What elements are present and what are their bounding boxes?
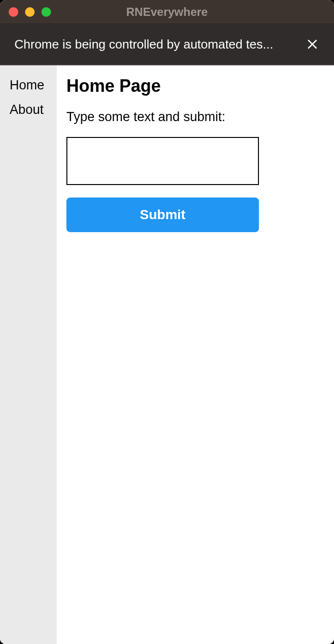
window-title: RNEverywhere	[126, 5, 207, 19]
window-maximize-button[interactable]	[41, 7, 51, 17]
close-icon[interactable]	[305, 37, 320, 51]
sidebar-item-label: About	[10, 102, 44, 117]
page-title: Home Page	[66, 76, 324, 96]
sidebar-item-label: Home	[10, 78, 44, 92]
titlebar: RNEverywhere	[0, 0, 334, 24]
automation-info-bar: Chrome is being controlled by automated …	[0, 24, 334, 65]
content-area: Home About Home Page Type some text and …	[0, 65, 334, 644]
sidebar: Home About	[0, 65, 57, 644]
form-label: Type some text and submit:	[66, 110, 324, 124]
sidebar-item-home[interactable]: Home	[0, 73, 57, 98]
traffic-lights	[9, 7, 51, 17]
app-window: RNEverywhere Chrome is being controlled …	[0, 0, 334, 644]
submit-button[interactable]: Submit	[66, 198, 259, 232]
window-close-button[interactable]	[9, 7, 18, 17]
sidebar-item-about[interactable]: About	[0, 98, 57, 122]
automation-info-text: Chrome is being controlled by automated …	[14, 37, 305, 52]
text-input[interactable]	[66, 137, 259, 185]
window-minimize-button[interactable]	[25, 7, 35, 17]
main-content: Home Page Type some text and submit: Sub…	[57, 65, 334, 644]
